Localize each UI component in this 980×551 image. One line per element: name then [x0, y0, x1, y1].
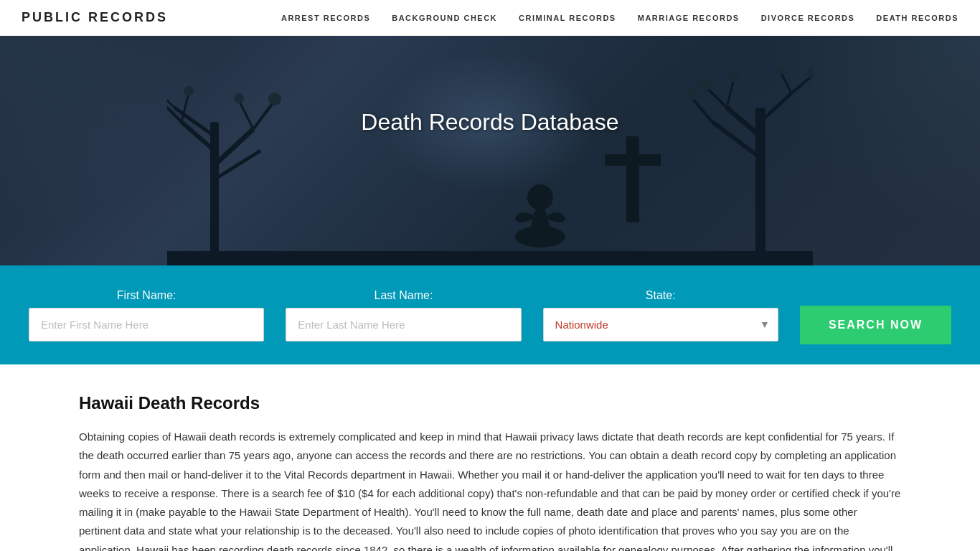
- last-name-input[interactable]: [286, 308, 521, 342]
- svg-point-24: [699, 77, 712, 90]
- state-select-wrapper: NationwideAlabamaAlaskaArizonaArkansasCa…: [543, 308, 778, 342]
- main-nav: ARREST RECORDS BACKGROUND CHECK CRIMINAL…: [281, 14, 958, 22]
- svg-rect-0: [210, 122, 219, 265]
- svg-point-28: [685, 89, 697, 100]
- nav-divorce-records[interactable]: DIVORCE RECORDS: [761, 14, 855, 22]
- hero-silhouette: [167, 65, 813, 265]
- content-section: Hawaii Death Records Obtaining copies of…: [0, 364, 980, 551]
- nav-criminal-records[interactable]: CRIMINAL RECORDS: [519, 14, 616, 22]
- svg-line-4: [215, 151, 260, 179]
- state-select[interactable]: NationwideAlabamaAlaskaArizonaArkansasCa…: [543, 308, 778, 342]
- content-heading: Hawaii Death Records: [79, 393, 901, 413]
- svg-point-14: [234, 93, 244, 103]
- svg-line-20: [727, 79, 734, 108]
- svg-line-17: [760, 93, 791, 122]
- content-body: Obtaining copies of Hawaii death records…: [79, 428, 901, 551]
- first-name-input[interactable]: [29, 308, 264, 342]
- state-field: State: NationwideAlabamaAlaskaArizonaArk…: [543, 289, 778, 342]
- svg-line-9: [239, 100, 253, 129]
- svg-line-23: [691, 97, 712, 122]
- site-logo: PUBLIC RECORDS: [22, 10, 168, 25]
- last-name-field: Last Name:: [286, 289, 521, 342]
- nav-background-check[interactable]: BACKGROUND CHECK: [392, 14, 497, 22]
- svg-point-26: [807, 67, 813, 79]
- svg-point-32: [527, 184, 553, 210]
- svg-line-22: [781, 72, 791, 93]
- svg-point-25: [729, 72, 739, 82]
- last-name-label: Last Name:: [286, 289, 521, 302]
- search-now-button[interactable]: SEARCH NOW: [800, 306, 951, 344]
- svg-line-16: [727, 108, 760, 136]
- svg-line-21: [791, 75, 813, 93]
- search-section: First Name: Last Name: State: Nationwide…: [0, 265, 980, 364]
- svg-rect-33: [167, 251, 813, 265]
- svg-rect-29: [626, 136, 639, 222]
- state-label: State:: [543, 289, 778, 302]
- svg-point-27: [776, 65, 785, 74]
- hero-title: Death Records Database: [361, 109, 618, 136]
- nav-death-records[interactable]: DEATH RECORDS: [876, 14, 958, 22]
- nav-arrest-records[interactable]: ARREST RECORDS: [281, 14, 370, 22]
- svg-point-13: [268, 93, 281, 105]
- first-name-label: First Name:: [29, 289, 264, 302]
- hero-section: Death Records Database: [0, 36, 980, 265]
- first-name-field: First Name:: [29, 289, 264, 342]
- svg-rect-30: [605, 154, 661, 166]
- svg-point-11: [184, 86, 194, 96]
- nav-marriage-records[interactable]: MARRIAGE RECORDS: [638, 14, 740, 22]
- header: PUBLIC RECORDS ARREST RECORDS BACKGROUND…: [0, 0, 980, 36]
- svg-line-8: [253, 100, 275, 129]
- svg-line-7: [167, 86, 174, 108]
